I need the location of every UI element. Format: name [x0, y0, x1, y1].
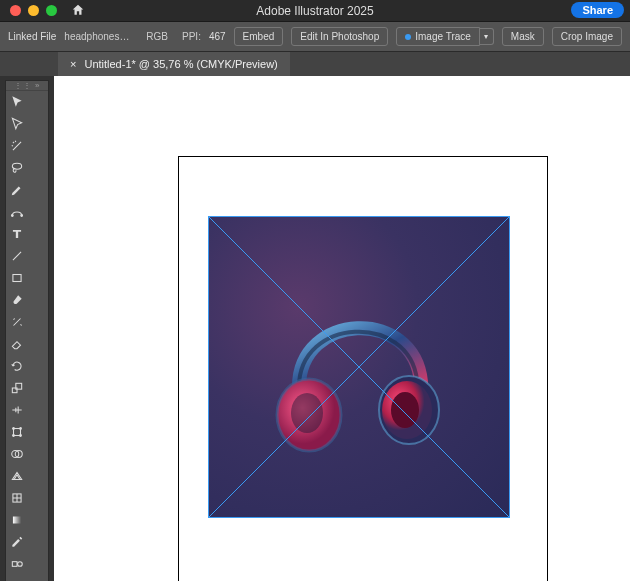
- lasso-tool[interactable]: [6, 157, 28, 179]
- ppi-label: PPI:: [182, 31, 201, 42]
- embed-button[interactable]: Embed: [234, 27, 284, 46]
- close-tab-icon[interactable]: ×: [70, 58, 76, 70]
- tools-panel: ⋮⋮ » ⇄ •••: [5, 80, 49, 581]
- direct-selection-tool[interactable]: [6, 113, 28, 135]
- color-mode-label: RGB: [146, 31, 168, 42]
- image-trace-button[interactable]: Image Trace: [396, 27, 480, 46]
- window-controls: [0, 5, 57, 16]
- svg-rect-7: [14, 429, 21, 436]
- svg-point-11: [20, 435, 22, 437]
- ppi-value: 467: [209, 31, 226, 42]
- status-dot-icon: [405, 34, 411, 40]
- gradient-tool[interactable]: [6, 509, 28, 531]
- shaper-tool[interactable]: [6, 311, 28, 333]
- curvature-tool[interactable]: [6, 201, 28, 223]
- svg-rect-15: [13, 517, 21, 524]
- eyedropper-tool[interactable]: [6, 531, 28, 553]
- placed-image[interactable]: [209, 217, 509, 517]
- linked-image-diagonals: [209, 217, 509, 517]
- image-trace-label: Image Trace: [415, 31, 471, 42]
- magic-wand-tool[interactable]: [6, 135, 28, 157]
- maximize-window-button[interactable]: [46, 5, 57, 16]
- canvas-area[interactable]: [54, 76, 630, 581]
- image-trace-dropdown[interactable]: Image Trace ▾: [396, 27, 494, 46]
- perspective-grid-tool[interactable]: [6, 465, 28, 487]
- svg-line-3: [13, 252, 21, 260]
- paintbrush-tool[interactable]: [6, 289, 28, 311]
- artboard[interactable]: [178, 156, 548, 581]
- eraser-tool[interactable]: [6, 333, 28, 355]
- type-tool[interactable]: [6, 223, 28, 245]
- line-segment-tool[interactable]: [6, 245, 28, 267]
- svg-rect-4: [13, 275, 21, 282]
- shape-builder-tool[interactable]: [6, 443, 28, 465]
- blend-tool[interactable]: [6, 553, 28, 575]
- svg-point-17: [18, 562, 23, 567]
- edit-in-photoshop-button[interactable]: Edit In Photoshop: [291, 27, 388, 46]
- svg-point-9: [20, 428, 22, 430]
- linked-file-label: Linked File: [8, 31, 56, 42]
- document-tab[interactable]: × Untitled-1* @ 35,76 % (CMYK/Preview): [58, 52, 290, 76]
- control-bar: Linked File headphones-or-headset-in... …: [0, 22, 630, 52]
- crop-image-button[interactable]: Crop Image: [552, 27, 622, 46]
- close-window-button[interactable]: [10, 5, 21, 16]
- svg-rect-16: [12, 562, 17, 567]
- document-tab-label: Untitled-1* @ 35,76 % (CMYK/Preview): [84, 58, 277, 70]
- width-tool[interactable]: [6, 399, 28, 421]
- home-icon[interactable]: [71, 3, 85, 19]
- scale-tool[interactable]: [6, 377, 28, 399]
- chevron-down-icon[interactable]: ▾: [479, 28, 494, 45]
- symbol-sprayer-tool[interactable]: [6, 575, 28, 581]
- minimize-window-button[interactable]: [28, 5, 39, 16]
- svg-point-1: [11, 215, 13, 217]
- tools-panel-grip[interactable]: ⋮⋮ »: [6, 81, 48, 91]
- svg-point-10: [13, 435, 15, 437]
- rectangle-tool[interactable]: [6, 267, 28, 289]
- linked-filename[interactable]: headphones-or-headset-in...: [64, 31, 132, 42]
- mask-button[interactable]: Mask: [502, 27, 544, 46]
- free-transform-tool[interactable]: [6, 421, 28, 443]
- selection-tool[interactable]: [6, 91, 28, 113]
- share-button[interactable]: Share: [571, 2, 624, 18]
- app-title: Adobe Illustrator 2025: [0, 4, 630, 18]
- svg-point-2: [21, 215, 23, 217]
- mesh-tool[interactable]: [6, 487, 28, 509]
- document-tab-bar: × Untitled-1* @ 35,76 % (CMYK/Preview): [0, 52, 630, 76]
- pen-tool[interactable]: [6, 179, 28, 201]
- window-titlebar: Adobe Illustrator 2025 Share: [0, 0, 630, 22]
- svg-point-8: [13, 428, 15, 430]
- rotate-tool[interactable]: [6, 355, 28, 377]
